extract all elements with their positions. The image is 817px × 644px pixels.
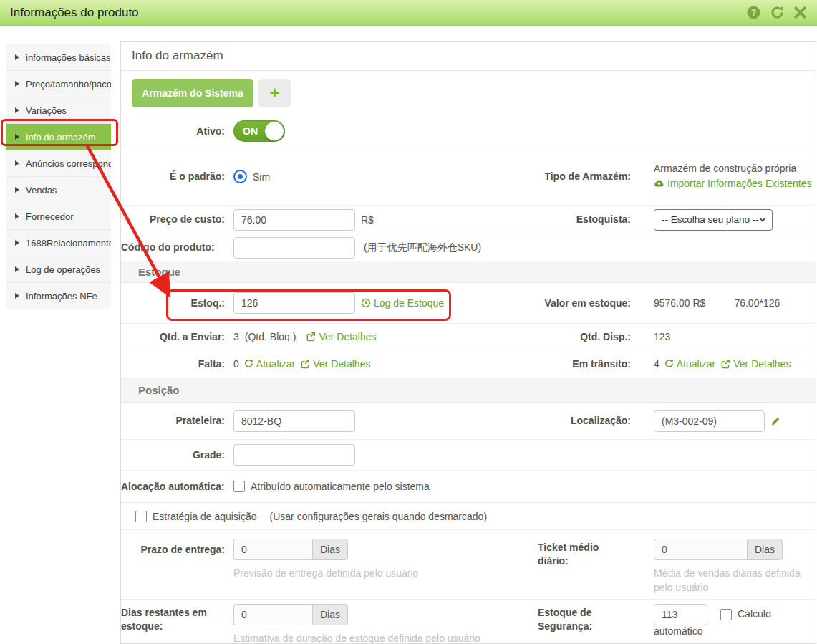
section-posicao: Posição (121, 378, 816, 403)
alocacao-checkbox[interactable] (233, 481, 245, 492)
log-de-estoque-text: Log de Estoque (374, 297, 444, 309)
estoq-input[interactable] (233, 292, 355, 314)
sidebar-item-anuncios[interactable]: Anúncios correspond (6, 150, 111, 177)
alocacao-checkbox-label: Atribuído automaticamente pelo sistema (251, 481, 430, 492)
atualizar-text: Atualizar (256, 358, 295, 370)
falta-atualizar-link[interactable]: Atualizar (244, 358, 295, 370)
refresh-small-icon (664, 359, 674, 368)
qtd-enviar-label: Qtd. a Enviar: (121, 330, 225, 344)
sidebar-item-label: Vendas (26, 185, 57, 196)
prazo-entrega-input[interactable] (233, 539, 312, 560)
ativo-toggle[interactable]: ON (233, 120, 285, 142)
sidebar-item-label: Variações (26, 105, 67, 116)
estoquista-select[interactable]: -- Escolha seu plano -- (654, 209, 773, 231)
sidebar-item-label: 1688Relacionamento (26, 238, 111, 249)
caret-right-icon (15, 266, 19, 272)
localizacao-label: Localização: (538, 414, 631, 428)
row-estoq-valor: Estoq.: Log de Estoque Valor em estoque:… (121, 283, 816, 324)
help-icon[interactable]: ? (746, 5, 761, 20)
sidebar-item-1688[interactable]: 1688Relacionamento (6, 230, 111, 256)
dias-restantes-label: Dias restantes em estoque: (121, 604, 225, 633)
qtd-enviar-ver-detalhes-link[interactable]: Ver Detalhes (306, 331, 376, 342)
refresh-small-icon (244, 359, 253, 368)
sidebar-item-informacoes-basicas[interactable]: informações básicas (6, 44, 111, 71)
refresh-icon[interactable] (770, 5, 785, 20)
product-info-window: Informações do produto ? informações bás… (0, 0, 817, 644)
sidebar-item-info-do-armazem[interactable]: Info do armazém (6, 124, 111, 150)
estoq-label: Estoq.: (121, 297, 225, 310)
ver-detalhes-text: Ver Detalhes (319, 331, 376, 342)
padrao-value: Sim (253, 171, 270, 183)
prazo-entrega-label: Prazo de entrega: (121, 539, 225, 557)
radio-selected-icon[interactable] (233, 170, 247, 183)
caret-right-icon (15, 160, 19, 166)
close-icon[interactable] (793, 6, 807, 19)
estoque-seguranca-label: Estoque de Segurança: (538, 604, 631, 633)
estoque-seguranca-input[interactable] (654, 604, 707, 625)
dias-addon: Dias (747, 539, 783, 560)
toggle-knob (264, 121, 284, 141)
falta-label: Falta: (121, 357, 225, 371)
falta-ver-detalhes-link[interactable]: Ver Detalhes (300, 358, 370, 370)
pencil-icon[interactable] (770, 416, 780, 426)
title-bar: Informações do produto ? (0, 0, 817, 26)
grade-input[interactable] (233, 444, 355, 466)
sidebar-item-log-operacoes[interactable]: Log de operações (6, 256, 111, 283)
valor-estoque-formula: 76.00*126 (734, 297, 780, 309)
add-warehouse-button[interactable]: + (258, 79, 291, 107)
row-falta-transito: Falta: 0 Atualizar Ver Detalhes Em trâns… (121, 350, 816, 378)
codigo-produto-hint: (用于优先匹配海外仓SKU) (364, 241, 481, 254)
transito-label: Em trânsito: (538, 357, 631, 371)
preco-custo-label: Preço de custo: (121, 213, 225, 226)
caret-right-icon (15, 213, 19, 219)
ticket-medio-label: Ticket médio diário: (538, 539, 631, 568)
tipo-armazem-value: Armazém de construção própria (654, 163, 796, 174)
caret-right-icon (15, 293, 19, 299)
sidebar-item-label: informações básicas (26, 52, 111, 63)
estoquista-label: Estoquista: (538, 213, 631, 226)
sidebar-item-informacoes-nfe[interactable]: Informações NFe (6, 283, 111, 309)
sidebar-item-label: Log de operações (26, 264, 100, 275)
chevron-down-icon (759, 217, 766, 222)
tab-system-warehouse[interactable]: Armazém do Sistema (132, 79, 253, 107)
preco-custo-input[interactable] (233, 209, 355, 231)
codigo-produto-label: Código do produto: (121, 241, 225, 254)
valor-estoque-value: 9576.00 R$ (654, 297, 705, 309)
padrao-label: É o padrão: (121, 170, 225, 183)
ticket-medio-input[interactable] (654, 539, 747, 560)
row-prazo-ticket: Prazo de entrega: Dias Previsão de entre… (121, 530, 816, 600)
transito-atualizar-link[interactable]: Atualizar (664, 358, 715, 370)
dias-restantes-input[interactable] (233, 604, 312, 625)
window-title: Informações do produto (10, 6, 139, 20)
caret-right-icon (15, 54, 19, 60)
codigo-produto-input[interactable] (233, 237, 355, 259)
sidebar-item-preco-tamanho[interactable]: Preço/tamanho/paco (6, 71, 111, 97)
calculo-automatico-checkbox[interactable] (720, 609, 732, 620)
caret-right-icon (15, 107, 19, 113)
qtd-bloq-note: (Qtd. Bloq.) (245, 331, 296, 342)
estrategia-checkbox[interactable] (135, 511, 147, 522)
warehouse-info-panel: Info do armazém Armazém do Sistema + Ati… (120, 41, 816, 644)
sidebar: informações básicas Preço/tamanho/paco V… (6, 44, 111, 309)
prateleira-input[interactable] (233, 410, 355, 432)
sidebar-item-vendas[interactable]: Vendas (6, 177, 111, 203)
estrategia-note: (Usar configurações gerais quando desmar… (270, 511, 488, 522)
sidebar-item-label: Anúncios correspond (26, 158, 111, 169)
qtd-disp-label: Qtd. Disp.: (538, 330, 631, 344)
caret-right-icon (15, 187, 19, 193)
row-codigo-produto: Código do produto: (用于优先匹配海外仓SKU) (121, 234, 816, 261)
importar-informacoes-link[interactable]: Importar Informações Existentes (654, 176, 812, 191)
log-de-estoque-link[interactable]: Log de Estoque (361, 297, 444, 309)
section-estoque: Estoque (121, 261, 816, 283)
sidebar-item-variacoes[interactable]: Variações (6, 97, 111, 124)
row-dias-seguranca: Dias restantes em estoque: Dias Estimati… (121, 600, 816, 644)
caret-right-icon (15, 240, 19, 246)
localizacao-input[interactable] (654, 410, 765, 432)
sidebar-item-label: Fornecedor (26, 211, 73, 222)
sidebar-item-fornecedor[interactable]: Fornecedor (6, 203, 111, 230)
caret-right-icon (15, 81, 19, 87)
toggle-on-text: ON (243, 125, 258, 137)
row-qtd: Qtd. a Enviar: 3 (Qtd. Bloq.) Ver Detalh… (121, 324, 816, 350)
transito-ver-detalhes-link[interactable]: Ver Detalhes (720, 358, 791, 370)
sidebar-item-label: Preço/tamanho/paco (26, 79, 111, 90)
